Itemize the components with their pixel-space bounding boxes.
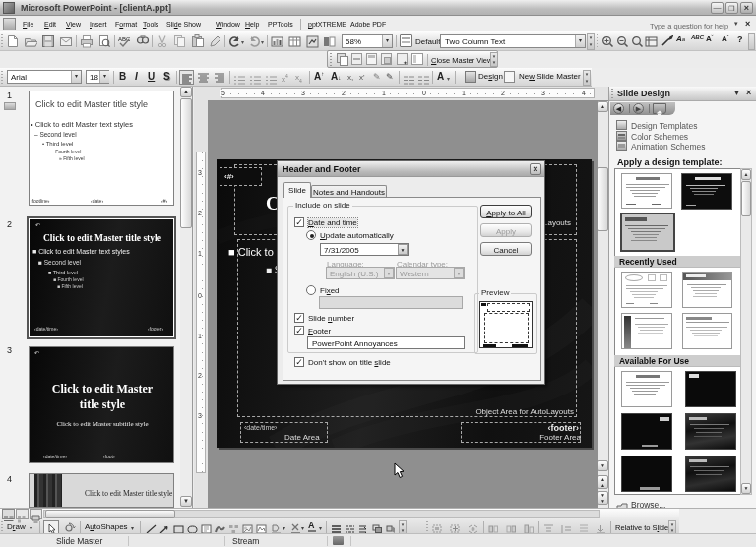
svg-text:ABC: ABC bbox=[118, 36, 131, 42]
